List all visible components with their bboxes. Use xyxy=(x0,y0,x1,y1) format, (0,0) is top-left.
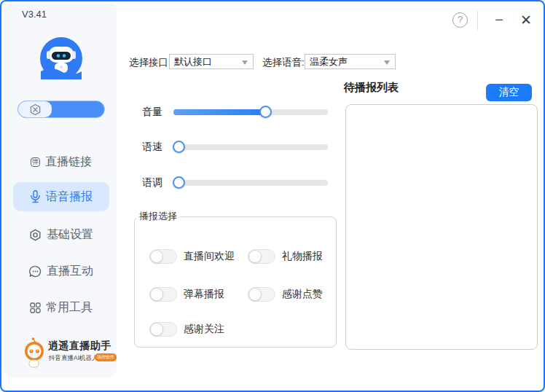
close-icon: ✕ xyxy=(520,12,532,28)
queue-title: 待播报列表 xyxy=(344,81,399,95)
sidebar-item-label: 基础设置 xyxy=(47,227,93,243)
broadcast-group-title: 播报选择 xyxy=(136,210,180,223)
interface-select-label: 选择接口: xyxy=(129,56,171,69)
toggle-danmaku-broadcast: 弹幕播报 xyxy=(149,287,224,302)
gift-broadcast-switch[interactable] xyxy=(248,249,275,264)
toggle-label: 弹幕播报 xyxy=(184,288,224,301)
slider-thumb[interactable] xyxy=(173,141,185,153)
switch-knob xyxy=(248,250,262,263)
help-icon: ? xyxy=(458,14,463,25)
volume-slider-row: 音量 xyxy=(142,106,329,119)
volume-label: 音量 xyxy=(142,106,163,119)
minimize-icon: − xyxy=(495,12,503,28)
app-window: V3.41 逍遥语音助手 xyxy=(0,0,545,392)
switch-knob xyxy=(150,250,163,263)
interface-select-value: 默认接口 xyxy=(174,55,212,68)
sidebar-item-label: 语音播报 xyxy=(46,189,93,205)
voice-select-value: 温柔女声 xyxy=(310,55,348,68)
brand-badge: 场控软件 xyxy=(95,353,117,361)
app-logo-avatar: 逍遥语音助手 xyxy=(39,36,83,80)
sidebar-item-label: 直播互动 xyxy=(47,264,93,279)
thank-likes-switch[interactable] xyxy=(248,287,275,302)
toggle-gift-broadcast: 礼物播报 xyxy=(248,249,323,264)
switch-knob xyxy=(150,288,163,301)
hexagon-x-icon xyxy=(29,103,42,116)
brand-subtitle: 抖音直播AI机器人 xyxy=(49,354,98,363)
slider-track xyxy=(173,144,328,150)
chat-icon xyxy=(29,265,42,278)
danmaku-bubble-icon: 弹 xyxy=(31,157,40,167)
speed-label: 语速 xyxy=(142,141,163,154)
grid-icon xyxy=(30,302,41,313)
pitch-slider-row: 语调 xyxy=(142,176,329,189)
slider-fill xyxy=(173,109,266,115)
settings-icon xyxy=(29,229,42,241)
robot-avatar-icon xyxy=(39,36,83,80)
sidebar-item-label: 常用工具 xyxy=(46,300,93,315)
broadcast-selection-group: 播报选择 直播间欢迎 礼物播报 弹幕播报 感谢点赞 感谢关注 xyxy=(134,210,337,348)
toggle-label: 感谢关注 xyxy=(184,323,224,336)
slider-thumb[interactable] xyxy=(173,176,185,189)
toggle-label: 直播间欢迎 xyxy=(184,250,235,263)
microphone-icon xyxy=(30,190,41,203)
minimize-button[interactable]: − xyxy=(489,10,509,31)
version-label: V3.41 xyxy=(22,9,47,20)
queue-list[interactable] xyxy=(345,104,538,350)
sidebar-item-common-tools[interactable]: 常用工具 xyxy=(13,294,109,321)
sidebar: V3.41 逍遥语音助手 xyxy=(3,1,117,377)
voice-select[interactable]: 温柔女声 xyxy=(305,54,396,69)
sidebar-item-label: 直播链接 xyxy=(45,154,92,170)
sidebar-item-live-interaction[interactable]: 直播互动 xyxy=(13,258,109,284)
voice-select-label: 选择语音: xyxy=(262,56,305,69)
help-button[interactable]: ? xyxy=(452,12,468,28)
pitch-label: 语调 xyxy=(142,176,163,189)
room-welcome-switch[interactable] xyxy=(149,249,177,264)
volume-slider[interactable] xyxy=(173,106,328,119)
brand-title: 逍遥直播助手 xyxy=(48,340,111,353)
danmaku-broadcast-switch[interactable] xyxy=(149,287,177,302)
titlebar-divider xyxy=(477,11,478,30)
chevron-down-icon xyxy=(242,60,248,65)
speed-slider-row: 语速 xyxy=(142,141,329,154)
clear-queue-button[interactable]: 清空 xyxy=(486,84,532,101)
sidebar-item-basic-settings[interactable]: 基础设置 xyxy=(13,222,109,248)
brand-footer: 逍遥直播助手 抖音直播AI机器人 场控软件 xyxy=(22,337,114,372)
sidebar-item-live-links[interactable]: 弹 直播链接 xyxy=(13,149,109,175)
close-button[interactable]: ✕ xyxy=(516,10,536,31)
switch-knob xyxy=(248,288,262,301)
sidebar-item-voice-broadcast[interactable]: 语音播报 xyxy=(13,182,109,211)
chevron-down-icon xyxy=(384,60,390,65)
interface-select[interactable]: 默认接口 xyxy=(169,54,254,69)
toggle-label: 感谢点赞 xyxy=(282,288,323,301)
switch-knob xyxy=(150,323,163,336)
toggle-thank-follow: 感谢关注 xyxy=(149,322,224,337)
thank-follow-switch[interactable] xyxy=(149,322,177,337)
brand-robot-icon xyxy=(22,337,48,369)
pitch-slider[interactable] xyxy=(173,176,328,189)
speed-slider[interactable] xyxy=(173,141,328,154)
toggle-room-welcome: 直播间欢迎 xyxy=(149,249,235,264)
master-switch[interactable] xyxy=(17,101,105,118)
toggle-thank-likes: 感谢点赞 xyxy=(248,287,323,302)
slider-thumb[interactable] xyxy=(259,106,272,118)
master-switch-knob xyxy=(18,101,52,117)
toggle-label: 礼物播报 xyxy=(282,250,323,263)
slider-track xyxy=(173,180,328,186)
